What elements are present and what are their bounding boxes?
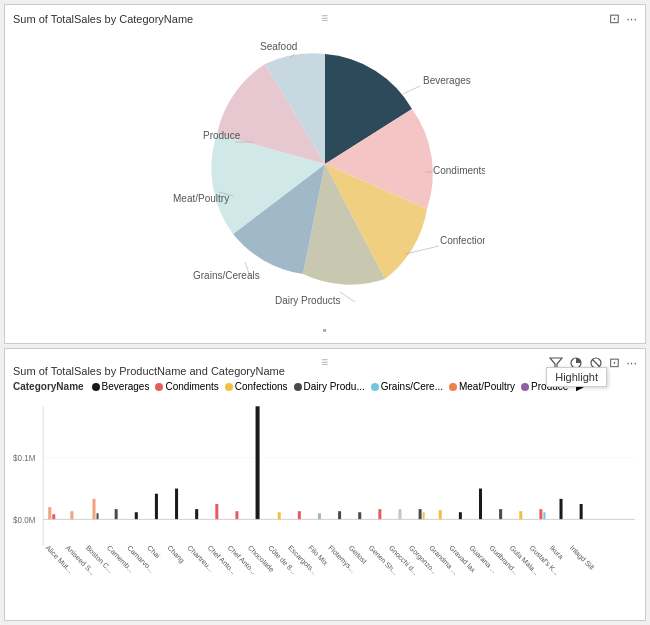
label-beverages: Beverages <box>423 75 471 86</box>
bottom-drag-handle[interactable]: ≡ <box>321 355 329 369</box>
bar-chef2[interactable] <box>235 511 238 519</box>
bar-gustaf-2[interactable] <box>543 512 545 519</box>
label-dairy: Dairy Products <box>275 295 341 306</box>
bottom-panel: ≡ ⊡ ··· Highlight Sum of TotalSales by P… <box>4 348 646 621</box>
legend-item-meat[interactable]: Meat/Poultry <box>449 381 515 392</box>
bar-gula[interactable] <box>519 511 522 519</box>
bar-inlagd[interactable] <box>580 504 583 519</box>
expand-bottom-icon[interactable]: ⊡ <box>609 355 620 370</box>
legend-name-beverages: Beverages <box>102 381 150 392</box>
bar-camarvo[interactable] <box>135 512 138 519</box>
legend-item-produce[interactable]: Produce <box>521 381 568 392</box>
legend-name-grains: Grains/Cere... <box>381 381 443 392</box>
bar-guarana[interactable] <box>479 489 482 520</box>
x-label-ikura: Ikura <box>548 544 565 561</box>
legend-item-beverages[interactable]: Beverages <box>92 381 150 392</box>
legend-scroll-icon[interactable]: ▶ <box>576 381 584 392</box>
x-label-inlagd: Inlagd Sill <box>568 544 595 572</box>
legend-dot-meat <box>449 383 457 391</box>
label-meat: Meat/Poultry <box>173 193 229 204</box>
bar-chai[interactable] <box>155 494 158 520</box>
bar-chart-area: $0.1M $0.0M <box>13 396 637 576</box>
bar-gorgonzo[interactable] <box>419 509 422 519</box>
filter-icon[interactable] <box>549 356 563 370</box>
label-produce: Produce <box>203 130 241 141</box>
legend-name-produce: Produce <box>531 381 568 392</box>
legend-dot-condiments <box>155 383 163 391</box>
legend-row: CategoryName Beverages Condiments Confec… <box>13 381 637 392</box>
legend-dot-beverages <box>92 383 100 391</box>
label-seafood: Seafood <box>260 41 297 52</box>
bar-chef1[interactable] <box>215 504 218 519</box>
expand-icon[interactable]: ⊡ <box>609 11 620 26</box>
x-label-chai: Chai <box>145 544 161 560</box>
bar-chart-svg: $0.1M $0.0M <box>13 396 637 576</box>
bottom-panel-controls: ⊡ ··· <box>549 355 637 370</box>
legend-item-confections[interactable]: Confections <box>225 381 288 392</box>
legend-category-label: CategoryName <box>13 381 84 392</box>
legend-dot-confections <box>225 383 233 391</box>
bar-camemb[interactable] <box>115 509 118 519</box>
top-resize-handle[interactable]: ▪ <box>322 323 327 337</box>
top-panel-controls: ⊡ ··· <box>609 11 637 26</box>
legend-item-grains[interactable]: Grains/Cere... <box>371 381 443 392</box>
legend-name-confections: Confections <box>235 381 288 392</box>
legend-dot-produce <box>521 383 529 391</box>
bar-boston-2[interactable] <box>97 513 99 519</box>
bar-genen[interactable] <box>378 509 381 519</box>
top-drag-handle[interactable]: ≡ <box>321 11 329 25</box>
svg-line-3 <box>340 292 355 302</box>
bar-gravad[interactable] <box>459 512 462 519</box>
top-panel: ≡ ⊡ ··· Sum of TotalSales by CategoryNam… <box>4 4 646 344</box>
bar-gnocchi[interactable] <box>398 509 401 519</box>
svg-line-10 <box>593 359 600 366</box>
bar-grandma[interactable] <box>439 510 442 519</box>
bar-chang[interactable] <box>175 489 178 520</box>
legend-dot-grains <box>371 383 379 391</box>
bar-aniseed[interactable] <box>70 511 73 519</box>
bar-alice-2[interactable] <box>52 514 55 519</box>
y-label-01m: $0.1M <box>13 454 36 463</box>
bar-gudbrand[interactable] <box>499 509 502 519</box>
legend-scroll-btn[interactable]: ▶ <box>576 381 584 392</box>
bar-gustaf[interactable] <box>539 509 542 519</box>
chart-type-icon[interactable] <box>569 356 583 370</box>
legend-item-condiments[interactable]: Condiments <box>155 381 218 392</box>
x-label-chang: Chang <box>166 544 186 565</box>
legend-name-meat: Meat/Poultry <box>459 381 515 392</box>
bar-chocolade[interactable] <box>256 406 260 519</box>
more-options-bottom-icon[interactable]: ··· <box>626 355 637 370</box>
pie-chart-area: Beverages Condiments Confections Dairy P… <box>13 29 637 319</box>
bar-filomix[interactable] <box>318 513 321 519</box>
legend-item-dairy[interactable]: Dairy Produ... <box>294 381 365 392</box>
svg-line-0 <box>403 86 420 94</box>
bar-geitost[interactable] <box>358 512 361 519</box>
label-condiments: Condiments <box>433 165 485 176</box>
bar-escargots[interactable] <box>298 511 301 519</box>
block-icon[interactable] <box>589 356 603 370</box>
bar-alice-1[interactable] <box>48 507 51 519</box>
bar-flotemys[interactable] <box>338 511 341 519</box>
label-confections: Confections <box>440 235 485 246</box>
more-options-icon[interactable]: ··· <box>626 11 637 26</box>
legend-dot-dairy <box>294 383 302 391</box>
bar-ikura[interactable] <box>560 499 563 520</box>
bar-cote[interactable] <box>278 512 281 519</box>
bar-gorgonzo-2[interactable] <box>423 512 425 519</box>
bar-chartreu[interactable] <box>195 509 198 519</box>
bar-boston[interactable] <box>93 499 96 520</box>
pie-chart-svg: Beverages Condiments Confections Dairy P… <box>165 29 485 319</box>
legend-name-dairy: Dairy Produ... <box>304 381 365 392</box>
y-label-00m: $0.0M <box>13 515 36 524</box>
legend-name-condiments: Condiments <box>165 381 218 392</box>
